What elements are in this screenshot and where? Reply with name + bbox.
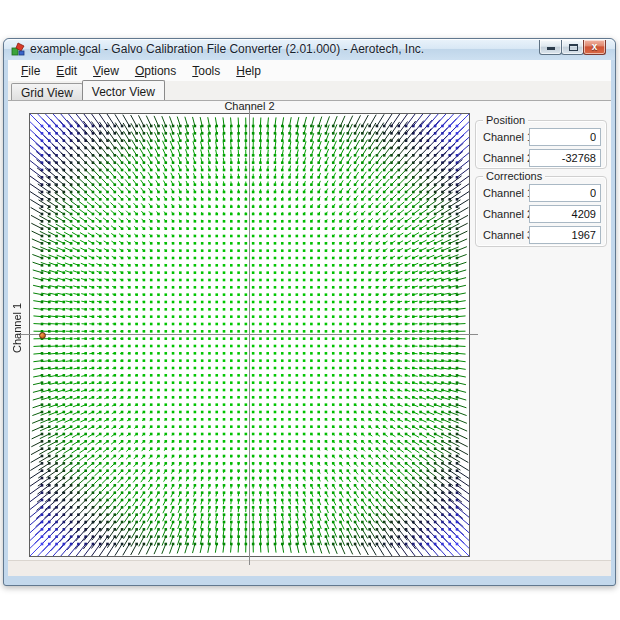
window-title: example.gcal - Galvo Calibration File Co… [30,42,424,56]
menu-edit[interactable]: Edit [48,62,85,80]
corrections-channel1-label: Channel 1 [483,187,533,199]
tab-strip: Grid View Vector View [8,81,611,100]
corrections-channel1-row: Channel 1 [476,184,606,202]
menu-tools[interactable]: Tools [184,62,228,80]
menu-help[interactable]: Help [228,62,269,80]
app-icon [11,42,25,56]
vector-field-canvas[interactable] [30,114,469,556]
position-marker [39,332,46,339]
menu-bar: File Edit View Options Tools Help [8,60,611,81]
corrections-channel2-label: Channel 2 [483,208,533,220]
corrections-channel1-input[interactable] [529,184,601,202]
corrections-channel3-label: Channel 3 [483,229,533,241]
status-strip [8,560,611,576]
tab-vector-view[interactable]: Vector View [82,80,165,100]
corrections-channel3-input[interactable] [529,226,601,244]
minimize-icon [547,47,555,50]
corrections-channel2-input[interactable] [529,205,601,223]
y-axis-label: Channel 1 [11,297,25,359]
menu-view[interactable]: View [85,62,127,80]
position-fields: Channel 1 Channel 2 [476,128,606,167]
position-channel2-input[interactable] [529,149,601,167]
vector-field-plot [29,113,470,557]
corrections-group: Corrections Channel 1 Channel 2 Channel … [475,176,607,247]
corrections-group-title: Corrections [483,170,545,182]
corrections-channel2-row: Channel 2 [476,205,606,223]
corrections-fields: Channel 1 Channel 2 Channel 3 [476,184,606,244]
menu-options[interactable]: Options [127,62,184,80]
maximize-icon [569,44,578,51]
tab-grid-view[interactable]: Grid View [11,83,83,100]
position-channel2-row: Channel 2 [476,149,606,167]
position-group-title: Position [483,114,528,126]
minimize-button[interactable] [539,40,562,55]
corrections-channel3-row: Channel 3 [476,226,606,244]
caption-buttons: x [540,40,606,55]
app-window: example.gcal - Galvo Calibration File Co… [3,38,616,586]
maximize-button[interactable] [561,40,584,55]
title-bar[interactable]: example.gcal - Galvo Calibration File Co… [4,39,615,60]
menu-file[interactable]: File [13,62,48,80]
position-channel1-input[interactable] [529,128,601,146]
x-axis-label: Channel 2 [29,100,470,112]
position-group: Position Channel 1 Channel 2 [475,120,607,169]
position-channel2-label: Channel 2 [483,152,533,164]
close-button[interactable]: x [583,40,606,55]
position-channel1-row: Channel 1 [476,128,606,146]
position-channel1-label: Channel 1 [483,131,533,143]
close-icon: x [584,41,605,52]
vector-field-area [30,114,469,556]
